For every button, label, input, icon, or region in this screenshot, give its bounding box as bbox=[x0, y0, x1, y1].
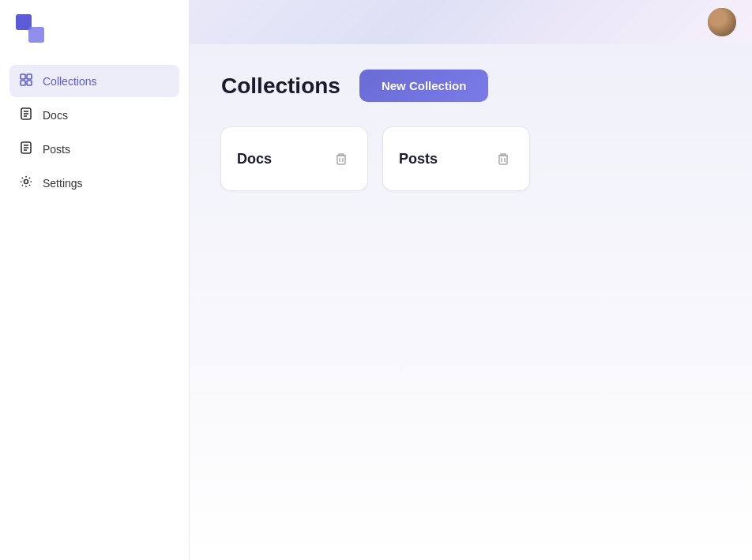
svg-rect-2 bbox=[21, 81, 25, 85]
trash-icon bbox=[334, 152, 348, 166]
sidebar-nav: Collections Docs bbox=[0, 58, 189, 205]
main-content: Collections New Collection Docs Posts bbox=[190, 44, 752, 216]
collection-name-docs: Docs bbox=[237, 151, 272, 167]
sidebar-collections-label: Collections bbox=[43, 75, 96, 88]
main-wrapper: Collections New Collection Docs Posts bbox=[190, 0, 752, 560]
settings-icon bbox=[19, 175, 33, 191]
sidebar-item-posts[interactable]: Posts bbox=[9, 133, 179, 165]
content-scroll: Collections New Collection Docs Posts bbox=[190, 44, 752, 560]
sidebar-posts-label: Posts bbox=[43, 143, 70, 156]
doc-icon bbox=[19, 107, 33, 123]
topbar bbox=[190, 0, 752, 44]
collections-grid: Docs Posts bbox=[221, 127, 720, 190]
sidebar-settings-label: Settings bbox=[43, 177, 83, 190]
posts-icon bbox=[19, 141, 33, 157]
delete-collection-posts-button[interactable] bbox=[493, 148, 513, 169]
collection-name-posts: Posts bbox=[399, 151, 438, 167]
sidebar-item-docs[interactable]: Docs bbox=[9, 99, 179, 131]
logo-area bbox=[0, 0, 189, 58]
sidebar: Collections Docs bbox=[0, 0, 190, 560]
app-logo bbox=[16, 14, 44, 43]
collection-card-posts[interactable]: Posts bbox=[383, 127, 529, 190]
sidebar-docs-label: Docs bbox=[43, 109, 68, 122]
svg-rect-16 bbox=[499, 156, 507, 164]
avatar-image bbox=[708, 8, 736, 36]
page-title: Collections bbox=[221, 73, 340, 99]
new-collection-button[interactable]: New Collection bbox=[359, 70, 489, 102]
sidebar-item-settings[interactable]: Settings bbox=[9, 167, 179, 199]
collection-card-docs[interactable]: Docs bbox=[221, 127, 367, 190]
delete-collection-docs-button[interactable] bbox=[331, 148, 352, 169]
svg-point-12 bbox=[24, 180, 28, 184]
page-header: Collections New Collection bbox=[221, 70, 720, 102]
svg-rect-1 bbox=[27, 74, 32, 79]
svg-rect-3 bbox=[27, 81, 32, 85]
grid-icon bbox=[19, 73, 33, 89]
svg-rect-0 bbox=[21, 74, 25, 79]
sidebar-item-collections[interactable]: Collections bbox=[9, 65, 179, 97]
avatar[interactable] bbox=[708, 8, 736, 36]
trash-icon bbox=[496, 152, 510, 166]
svg-rect-13 bbox=[337, 156, 345, 164]
